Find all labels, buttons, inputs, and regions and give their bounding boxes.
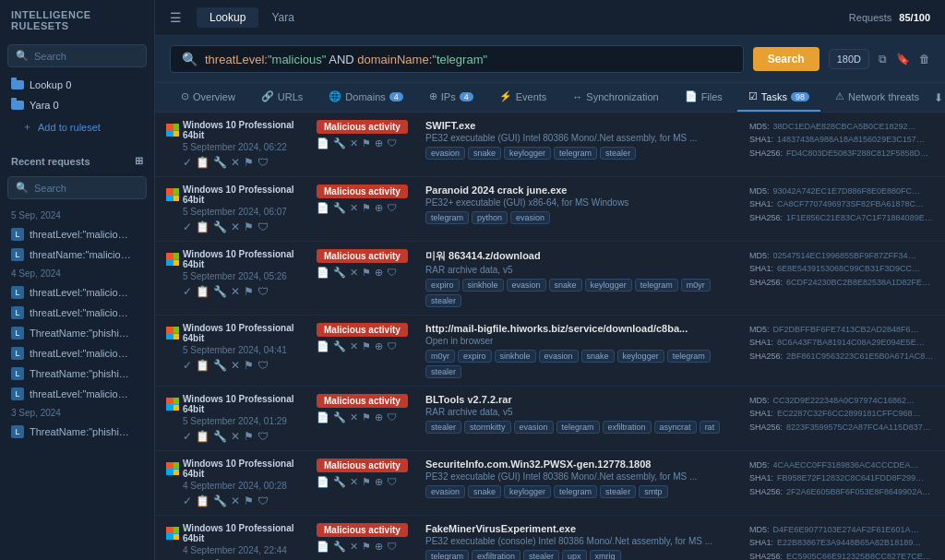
verdict-icon[interactable]: 🛡 — [387, 202, 397, 214]
nav-tab-overview[interactable]: ⊙ Overview — [170, 83, 246, 112]
action-x-icon[interactable]: ✕ — [231, 156, 240, 169]
action-alert-icon[interactable]: ⚑ — [244, 285, 254, 298]
task-tag[interactable]: stealer — [425, 421, 461, 434]
verdict-icon[interactable]: 📄 — [317, 202, 329, 214]
verdict-icon[interactable]: 🛡 — [387, 267, 397, 279]
tab-yara[interactable]: Yara — [258, 7, 306, 28]
nav-tab-domains[interactable]: 🌐 Domains 4 — [317, 83, 413, 112]
action-check-icon[interactable]: ✓ — [183, 156, 192, 169]
action-file-icon[interactable]: 📋 — [196, 359, 209, 372]
task-name[interactable]: Paranoid 2024 crack june.exe — [425, 185, 742, 196]
action-shield-icon[interactable]: 🛡 — [257, 359, 269, 372]
action-shield-icon[interactable]: 🛡 — [257, 285, 269, 298]
nav-tab-files[interactable]: 📄 Files — [674, 83, 734, 112]
task-tag[interactable]: evasion — [425, 485, 465, 498]
task-tag[interactable]: expiro — [425, 279, 460, 292]
verdict-icon[interactable]: ✕ — [350, 411, 358, 423]
task-tag[interactable]: snake — [468, 147, 501, 160]
nav-tab-ips[interactable]: ⊕ IPs 4 — [418, 83, 484, 112]
action-check-icon[interactable]: ✓ — [183, 494, 192, 507]
verdict-icon[interactable]: ✕ — [350, 267, 358, 279]
task-tag[interactable]: keylogger — [504, 485, 551, 498]
verdict-icon[interactable]: ⚑ — [362, 202, 371, 214]
sidebar-search-input[interactable] — [34, 51, 138, 62]
verdict-icon[interactable]: 🔧 — [333, 340, 346, 352]
task-tag[interactable]: sinkhole — [462, 279, 504, 292]
task-tag[interactable]: evasion — [510, 211, 550, 224]
action-alert-icon[interactable]: ⚑ — [244, 220, 254, 233]
task-tag[interactable]: exfiltration — [603, 421, 652, 434]
task-tag[interactable]: telegram — [635, 279, 678, 292]
verdict-icon[interactable]: 📄 — [317, 267, 329, 279]
action-shield-icon[interactable]: 🛡 — [257, 156, 269, 169]
verdict-icon[interactable]: ✕ — [350, 340, 358, 352]
verdict-icon[interactable]: 🔧 — [333, 137, 346, 149]
verdict-icon[interactable]: 🛡 — [387, 541, 397, 553]
task-tag[interactable]: stealer — [523, 550, 559, 560]
task-tag[interactable]: stealer — [425, 294, 461, 307]
action-check-icon[interactable]: ✓ — [183, 359, 192, 372]
task-tag[interactable]: telegram — [554, 147, 597, 160]
task-tag[interactable]: telegram — [425, 211, 469, 224]
verdict-icon[interactable]: 📄 — [317, 137, 329, 149]
action-x-icon[interactable]: ✕ — [231, 430, 240, 443]
copy-icon[interactable]: ⧉ — [879, 53, 887, 66]
recent-item-2-0[interactable]: L ThreatName:"phishing" ... — [0, 422, 154, 442]
verdict-icon[interactable]: ⚑ — [362, 340, 371, 352]
verdict-icon[interactable]: 📄 — [317, 476, 329, 488]
task-tag[interactable]: stealer — [425, 365, 461, 378]
task-tag[interactable]: sinkhole — [495, 350, 536, 363]
verdict-icon[interactable]: 📄 — [317, 340, 329, 352]
verdict-icon[interactable]: 📄 — [317, 541, 329, 553]
task-name[interactable]: 미워 863414.z/download — [425, 249, 742, 263]
action-x-icon[interactable]: ✕ — [231, 359, 240, 372]
action-wrench-icon[interactable]: 🔧 — [213, 156, 227, 169]
action-alert-icon[interactable]: ⚑ — [244, 156, 254, 169]
verdict-icon[interactable]: 🔧 — [333, 476, 346, 488]
action-shield-icon[interactable]: 🛡 — [257, 220, 269, 233]
search-input-wrap[interactable]: 🔍 threatLevel:"malicious" AND domainName… — [170, 45, 744, 73]
task-tag[interactable]: snake — [549, 279, 582, 292]
nav-tab-network-threats[interactable]: ⚠ Network threats — [824, 83, 930, 112]
task-tag[interactable]: stormkitty — [464, 421, 511, 434]
task-tag[interactable]: keylogger — [585, 279, 632, 292]
recent-item-1-4[interactable]: L ThreatName:"phishing" ... — [0, 363, 154, 384]
task-tag[interactable]: stealer — [600, 147, 636, 160]
task-tag[interactable]: telegram — [556, 421, 600, 434]
sidebar-add-ruleset[interactable]: ＋ Add to ruleset — [0, 115, 154, 138]
verdict-icon[interactable]: ⊕ — [375, 267, 383, 279]
verdict-icon[interactable]: ⚑ — [362, 541, 371, 553]
verdict-icon[interactable]: 🛡 — [387, 411, 397, 423]
task-name[interactable]: http://mail-bigfile.hiworks.biz/service/… — [425, 323, 742, 334]
verdict-icon[interactable]: 🛡 — [387, 340, 397, 352]
task-name[interactable]: SecuriteInfo.com.Win32.PWSX-gen.12778.18… — [425, 459, 742, 470]
verdict-icon[interactable]: ⚑ — [362, 267, 371, 279]
nav-tab-events[interactable]: ⚡ Events — [488, 83, 558, 112]
action-wrench-icon[interactable]: 🔧 — [213, 494, 227, 507]
recent-item-1-0[interactable]: L threatLevel:"malicious" ... — [0, 282, 154, 303]
recent-search-input[interactable] — [34, 183, 138, 194]
task-tag[interactable]: m0yr — [681, 279, 711, 292]
action-x-icon[interactable]: ✕ — [231, 220, 240, 233]
nav-tabs-download[interactable]: ⬇ — [934, 91, 943, 104]
verdict-icon[interactable]: ⊕ — [375, 476, 383, 488]
verdict-icon[interactable]: ✕ — [350, 476, 358, 488]
task-tag[interactable]: rat — [700, 421, 721, 434]
tab-lookup[interactable]: Lookup — [197, 7, 258, 28]
verdict-icon[interactable]: 🔧 — [333, 202, 346, 214]
action-check-icon[interactable]: ✓ — [183, 220, 192, 233]
action-check-icon[interactable]: ✓ — [183, 285, 192, 298]
task-name[interactable]: SWIFT.exe — [425, 120, 742, 131]
task-tag[interactable]: evasion — [425, 147, 465, 160]
nav-tab-tasks[interactable]: ☑ Tasks 98 — [737, 83, 820, 112]
nav-tab-sync[interactable]: ↔ Synchronization — [561, 84, 669, 112]
task-tag[interactable]: keylogger — [617, 350, 664, 363]
action-alert-icon[interactable]: ⚑ — [244, 430, 254, 443]
verdict-icon[interactable]: ⚑ — [362, 411, 371, 423]
verdict-icon[interactable]: 🔧 — [333, 267, 346, 279]
task-tag[interactable]: snake — [581, 350, 615, 363]
task-tag[interactable]: smtp — [639, 485, 668, 498]
action-x-icon[interactable]: ✕ — [231, 285, 240, 298]
task-tag[interactable]: m0yr — [425, 350, 455, 363]
recent-item-1-3[interactable]: L threatLevel:"malicious" ... — [0, 343, 154, 363]
